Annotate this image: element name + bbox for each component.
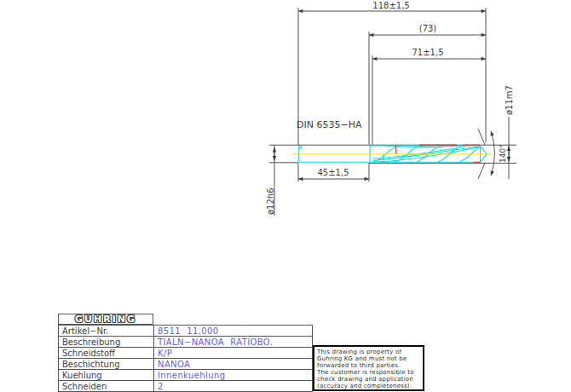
dim-ref-length: (73) <box>419 24 437 33</box>
notice-line: forwarded to third parties. <box>317 362 420 369</box>
title-block: GUHRING Artikel−Nr. 8511 11,000 Beschrei… <box>58 314 313 392</box>
row-label-artikel: Artikel−Nr. <box>59 326 154 337</box>
dim-point-angle: 140° <box>499 144 507 163</box>
table-row: Beschichtung NANOA <box>59 359 313 370</box>
notice-line: This drawing is property of <box>317 349 420 355</box>
dim-shank-diameter: ø12h6 <box>266 187 275 215</box>
row-label-schneiden: Schneiden <box>59 381 154 392</box>
din-standard-label: DIN 6535−HA <box>297 119 362 130</box>
table-row: Beschreibung TIALN−NANOA RATIOBO. <box>59 337 313 348</box>
table-row: Schneidstoff K/P <box>59 348 313 359</box>
notice-line: Guhring KG and must not be <box>317 355 420 362</box>
row-value-schneidstoff: K/P <box>154 348 313 359</box>
table-row: Kuehlung Innenkuehlung <box>59 370 313 381</box>
row-label-beschichtung: Beschichtung <box>59 359 154 370</box>
row-label-kuehlung: Kuehlung <box>59 370 154 381</box>
row-value-schneiden: 2 <box>154 381 313 392</box>
extension-lines <box>269 8 516 216</box>
technical-drawing: 118±1,5 (73) 71±1,5 45±1,5 ø12h6 ø11m7 1… <box>0 0 571 294</box>
dim-flute-length: 71±1,5 <box>412 48 443 57</box>
drawing-page: 118±1,5 (73) 71±1,5 45±1,5 ø12h6 ø11m7 1… <box>0 0 571 392</box>
dim-cutting-diameter: ø11m7 <box>505 85 514 115</box>
property-notice: This drawing is property of Guhring KG a… <box>313 345 424 391</box>
notice-line: check drawing and application <box>317 376 420 383</box>
logo-text: GUHRING <box>75 314 136 325</box>
row-label-schneidstoff: Schneidstoff <box>59 348 154 359</box>
row-value-beschreibung: TIALN−NANOA RATIOBO. <box>154 337 313 348</box>
dim-shank-length: 45±1,5 <box>317 168 349 177</box>
manufacturer-logo: GUHRING <box>58 314 153 325</box>
row-value-artikel: 8511 11,000 <box>154 326 313 337</box>
notice-line: The customer is responsible to <box>317 369 420 376</box>
row-value-kuehlung: Innenkuehlung <box>154 370 313 381</box>
table-row: Artikel−Nr. 8511 11,000 <box>59 326 313 337</box>
dim-overall-length: 118±1,5 <box>372 1 409 10</box>
row-value-beschichtung: NANOA <box>154 359 313 370</box>
title-block-table: Artikel−Nr. 8511 11,000 Beschreibung TIA… <box>58 325 313 392</box>
row-label-beschreibung: Beschreibung <box>59 337 154 348</box>
table-row: Schneiden 2 <box>59 381 313 392</box>
notice-line: (accuracy and completeness). <box>317 383 420 389</box>
